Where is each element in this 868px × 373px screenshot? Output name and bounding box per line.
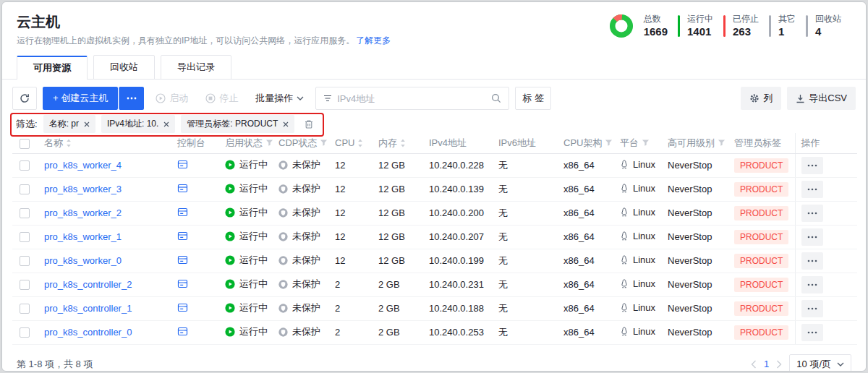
- row-checkbox[interactable]: [20, 160, 30, 171]
- filter-funnel-icon[interactable]: [605, 139, 613, 147]
- cpu-cell: 2: [329, 296, 373, 320]
- vm-name-link[interactable]: pro_k8s_controller_1: [44, 303, 132, 314]
- create-vm-button[interactable]: + 创建云主机: [43, 87, 118, 110]
- row-actions-button[interactable]: [801, 300, 823, 317]
- batch-actions-button[interactable]: 批量操作: [250, 87, 310, 110]
- chevron-down-icon: [297, 96, 304, 100]
- filter-funnel-icon[interactable]: [642, 139, 650, 147]
- row-checkbox[interactable]: [20, 184, 30, 194]
- subtitle-text: 运行在物理机上的虚拟机实例，具有独立的IP地址，可以访问公共网络，运行应用服务。: [17, 35, 354, 46]
- ipv6-cell: 无: [493, 320, 558, 344]
- filter-list-icon: [323, 95, 332, 102]
- col-header-name[interactable]: 名称: [38, 133, 171, 153]
- create-more-button[interactable]: [119, 87, 144, 110]
- platform-cell: Linux: [620, 278, 655, 289]
- stop-button[interactable]: 停止: [200, 87, 244, 110]
- console-button[interactable]: [177, 254, 188, 265]
- row-checkbox[interactable]: [20, 232, 30, 242]
- vm-name-link[interactable]: pro_k8s_worker_1: [44, 231, 122, 242]
- vm-table: 名称 控制台 启用状态 CDP状态 CPU 内存 IPv4地址 IPv6地址 C…: [2, 133, 866, 345]
- cdp-status-cell: 未保护: [278, 182, 320, 195]
- row-actions-button[interactable]: [801, 157, 823, 174]
- page-number[interactable]: 1: [764, 359, 769, 369]
- col-header-select: [12, 133, 38, 153]
- next-page-button[interactable]: [776, 360, 782, 369]
- console-button[interactable]: [177, 159, 188, 170]
- page-size-select[interactable]: 10 项/页: [789, 354, 851, 372]
- tag-button[interactable]: 标签: [515, 87, 551, 110]
- row-checkbox[interactable]: [20, 208, 30, 218]
- filter-funnel-icon[interactable]: [320, 139, 328, 147]
- row-actions-button[interactable]: [801, 181, 823, 198]
- platform-cell: Linux: [620, 326, 655, 337]
- memory-cell: 12 GB: [373, 153, 423, 177]
- col-header-memory[interactable]: 内存: [373, 133, 423, 153]
- vm-name-link[interactable]: pro_k8s_worker_0: [44, 255, 122, 266]
- console-button[interactable]: [177, 231, 188, 241]
- sort-icon[interactable]: [400, 139, 406, 147]
- arch-cell: x86_64: [558, 225, 614, 249]
- tab-available-resources[interactable]: 可用资源: [17, 56, 88, 80]
- select-all-checkbox[interactable]: [20, 139, 30, 149]
- platform-cell: Linux: [620, 159, 655, 170]
- row-checkbox[interactable]: [20, 280, 30, 290]
- col-header-status[interactable]: 启用状态: [219, 133, 273, 153]
- refresh-button[interactable]: [12, 87, 37, 110]
- row-checkbox[interactable]: [20, 327, 30, 338]
- filter-funnel-icon[interactable]: [718, 139, 726, 147]
- clear-filters-button[interactable]: [300, 116, 318, 133]
- columns-button[interactable]: 列: [741, 87, 781, 110]
- row-actions-button[interactable]: [801, 276, 823, 293]
- close-icon[interactable]: [283, 121, 289, 127]
- tab-recycle-bin[interactable]: 回收站: [93, 55, 155, 80]
- learn-more-link[interactable]: 了解更多: [356, 35, 391, 46]
- col-header-ha[interactable]: 高可用级别: [662, 133, 728, 153]
- vm-name-link[interactable]: pro_k8s_controller_0: [44, 327, 132, 338]
- row-checkbox[interactable]: [20, 304, 30, 314]
- row-actions-button[interactable]: [801, 228, 823, 246]
- admin-tag-badge: PRODUCT: [734, 301, 788, 316]
- vm-name-link[interactable]: pro_k8s_worker_4: [44, 160, 122, 171]
- console-button[interactable]: [177, 183, 188, 194]
- col-header-platform[interactable]: 平台: [614, 133, 662, 153]
- close-icon[interactable]: [163, 121, 169, 127]
- ipv4-cell: 10.240.0.228: [423, 153, 493, 177]
- start-button[interactable]: 启动: [150, 87, 194, 110]
- ha-cell: NeverStop: [662, 273, 728, 296]
- console-button[interactable]: [177, 326, 188, 337]
- ha-cell: NeverStop: [662, 225, 728, 249]
- col-header-cdp[interactable]: CDP状态: [273, 133, 329, 153]
- export-csv-button[interactable]: 导出CSV: [787, 87, 856, 110]
- col-header-arch[interactable]: CPU架构: [558, 133, 614, 153]
- console-button[interactable]: [177, 278, 188, 289]
- sort-icon[interactable]: [66, 139, 72, 147]
- search-icon[interactable]: [491, 93, 501, 103]
- col-header-cpu[interactable]: CPU: [329, 133, 373, 153]
- cdp-status-cell: 未保护: [278, 230, 320, 243]
- arch-cell: x86_64: [558, 296, 614, 320]
- console-button[interactable]: [177, 302, 188, 313]
- stat-value: 4: [815, 25, 841, 38]
- shield-icon: [278, 160, 288, 170]
- sort-icon[interactable]: [357, 139, 363, 147]
- filter-funnel-icon[interactable]: [265, 139, 273, 147]
- row-actions-button[interactable]: [801, 205, 823, 222]
- row-actions-button[interactable]: [801, 252, 823, 270]
- cpu-cell: 2: [329, 320, 373, 344]
- close-icon[interactable]: [84, 121, 90, 127]
- pagination: 1 10 项/页: [751, 354, 851, 372]
- running-status-icon: [225, 184, 235, 194]
- cpu-cell: 12: [329, 177, 373, 201]
- prev-page-button[interactable]: [751, 360, 757, 369]
- memory-cell: 12 GB: [373, 249, 423, 273]
- search-input[interactable]: [337, 93, 486, 104]
- search-box: [315, 87, 509, 110]
- vm-name-link[interactable]: pro_k8s_worker_3: [44, 184, 122, 194]
- console-button[interactable]: [177, 207, 188, 218]
- vm-name-link[interactable]: pro_k8s_controller_2: [44, 279, 132, 290]
- row-actions-button[interactable]: [801, 324, 823, 341]
- row-checkbox[interactable]: [20, 256, 30, 266]
- tab-export-records[interactable]: 导出记录: [161, 55, 231, 80]
- vm-name-link[interactable]: pro_k8s_worker_2: [44, 207, 122, 218]
- col-header-ipv6: IPv6地址: [493, 133, 558, 153]
